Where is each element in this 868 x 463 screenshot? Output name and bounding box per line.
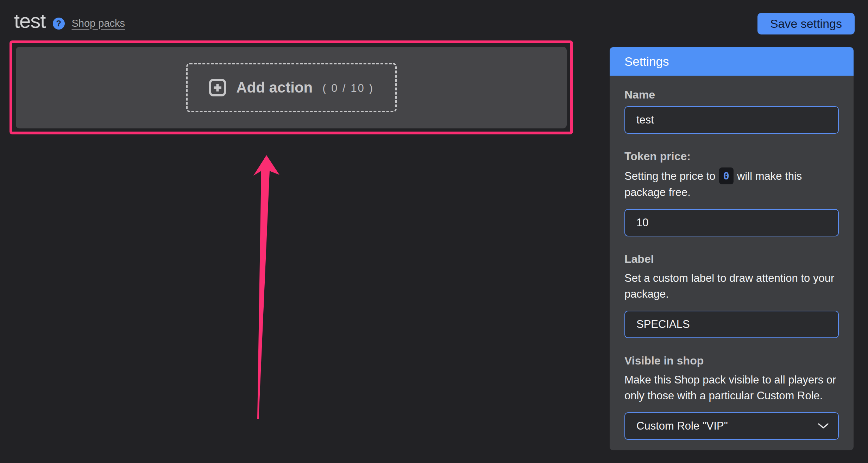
titlebar: test ? Shop packs	[14, 11, 125, 31]
token-price-input[interactable]	[624, 209, 839, 236]
add-action-button[interactable]: Add action ( 0 / 10 )	[186, 63, 397, 112]
help-icon[interactable]: ?	[53, 18, 65, 30]
visible-in-shop-select[interactable]: Custom Role "VIP"	[624, 412, 839, 440]
section-label: Label Set a custom label to draw attenti…	[624, 253, 839, 338]
token-price-label: Token price:	[624, 150, 839, 163]
settings-header-title: Settings	[624, 55, 669, 69]
visible-in-shop-label: Visible in shop	[624, 354, 839, 367]
visible-in-shop-selected-value: Custom Role "VIP"	[636, 420, 728, 432]
token-price-desc-before: Setting the price to	[624, 170, 716, 182]
name-label: Name	[624, 88, 839, 101]
add-action-label: Add action	[236, 79, 313, 96]
section-token-price: Token price: Setting the price to0will m…	[624, 150, 839, 236]
save-settings-button[interactable]: Save settings	[757, 13, 855, 34]
shop-packs-link[interactable]: Shop packs	[72, 18, 125, 29]
add-action-count: ( 0 / 10 )	[322, 82, 373, 95]
settings-body: Name Token price: Setting the price to0w…	[610, 76, 854, 440]
visible-in-shop-description: Make this Shop pack visible to all playe…	[624, 372, 839, 404]
settings-header: Settings	[610, 47, 854, 76]
shop-pack-editor-page: test ? Shop packs Save settings Add acti…	[0, 0, 868, 463]
name-input[interactable]	[624, 106, 839, 134]
chevron-down-icon	[818, 423, 829, 429]
settings-panel: Settings Name Token price: Setting the p…	[610, 47, 854, 450]
token-price-description: Setting the price to0will make this pack…	[624, 168, 839, 201]
label-input[interactable]	[624, 311, 839, 338]
help-icon-glyph: ?	[56, 19, 61, 28]
section-visible-in-shop: Visible in shop Make this Shop pack visi…	[624, 354, 839, 440]
label-label: Label	[624, 253, 839, 266]
label-description: Set a custom label to draw attention to …	[624, 271, 839, 302]
zero-chip: 0	[719, 167, 734, 184]
section-name: Name	[624, 88, 839, 134]
plus-icon	[209, 78, 226, 97]
page-title: test	[14, 11, 46, 31]
actions-panel: Add action ( 0 / 10 )	[16, 47, 567, 128]
